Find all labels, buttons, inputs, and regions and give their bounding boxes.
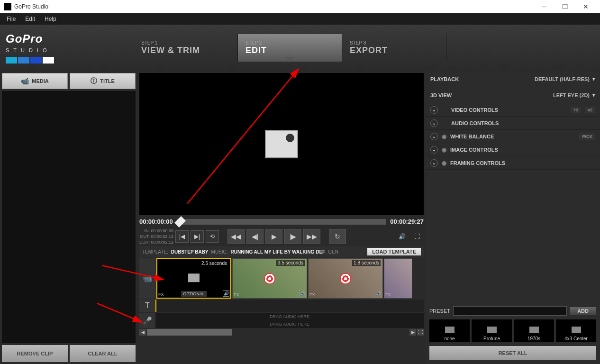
video-controls-row[interactable]: ⌄ VIDEO CONTROLS ÷2 x2 <box>426 103 600 117</box>
clear-all-button[interactable]: CLEAR ALL <box>70 345 136 362</box>
expand-icon[interactable]: ⌄ <box>430 146 438 154</box>
logo-color-1 <box>6 57 17 64</box>
menu-bar: File Edit Help <box>0 13 600 25</box>
step-back-button[interactable]: ◀| <box>246 229 264 244</box>
left-panel: 📹 MEDIA Ⓣ TITLE REMOVE CLIP CLEAR ALL <box>0 71 137 364</box>
clip-sound-icon[interactable]: 🔊 <box>375 291 382 297</box>
camera-icon: 📹 <box>21 77 29 85</box>
eye-icon[interactable]: ◉ <box>442 133 446 140</box>
logo-brand: GoPro <box>6 32 72 46</box>
window-title: GoPro Studio <box>14 3 534 10</box>
expand-icon[interactable]: ⌄ <box>430 159 438 167</box>
tab-media[interactable]: 📹 MEDIA <box>2 73 68 89</box>
transport-controls: IN: 00:00:00:00 OUT: 00:00:02:12 DUR: 00… <box>139 228 424 245</box>
audio-track-1[interactable]: DRAG AUDIO HERE <box>155 313 424 320</box>
template-bar: TEMPLATE: DUBSTEP BABY MUSIC: RUNNING AL… <box>139 246 424 257</box>
clip-4[interactable]: FX <box>384 258 412 299</box>
logo: GoPro STUDIO <box>6 32 72 64</box>
expand-icon[interactable]: ⌄ <box>430 133 438 140</box>
remove-clip-button[interactable]: REMOVE CLIP <box>2 345 68 362</box>
preset-none[interactable]: none <box>429 319 470 342</box>
audio-track-2[interactable]: DRAG AUDIO HERE <box>155 320 424 328</box>
time-current: 00:00:00:00 <box>139 218 173 225</box>
loop-section-button[interactable]: ⟲ <box>206 230 219 243</box>
clip-thumb-icon <box>188 273 200 282</box>
preset-1970s[interactable]: 1970s <box>514 319 554 342</box>
title-icon: Ⓣ <box>91 77 97 85</box>
audio-controls-row[interactable]: ⌄ AUDIO CONTROLS <box>426 117 600 130</box>
preset-label: PRESET <box>429 308 450 314</box>
title-track[interactable] <box>155 300 424 312</box>
target-icon <box>264 273 275 284</box>
eye-icon[interactable]: ◉ <box>442 160 446 166</box>
loop-button[interactable]: ↻ <box>329 229 346 244</box>
mark-in-button[interactable]: |◀ <box>175 230 189 243</box>
menu-edit[interactable]: Edit <box>20 15 40 23</box>
timeline-zoom-icon[interactable]: ⋮⋮ <box>417 329 424 336</box>
video-track[interactable]: 2.5 seconds FX OPTIONAL 🔊 3.5 seconds FX… <box>156 258 412 299</box>
timeline-scroll-right[interactable]: ▶ <box>409 329 416 336</box>
load-template-button[interactable]: LOAD TEMPLATE <box>367 248 421 255</box>
image-controls-row[interactable]: ⌄ ◉ IMAGE CONTROLS <box>426 143 600 156</box>
mark-out-button[interactable]: ▶| <box>191 230 204 243</box>
app-icon <box>4 3 11 10</box>
clip-1[interactable]: 2.5 seconds FX OPTIONAL 🔊 <box>156 258 231 299</box>
menu-file[interactable]: File <box>2 15 20 23</box>
fast-forward-button[interactable]: ▶▶ <box>303 229 320 244</box>
scrub-handle[interactable] <box>174 216 186 227</box>
tab-title[interactable]: Ⓣ TITLE <box>70 73 136 89</box>
preset-protune[interactable]: Protune <box>472 319 512 342</box>
clip-2[interactable]: 3.5 seconds FX 🔊 <box>232 258 307 299</box>
target-icon <box>340 273 351 284</box>
title-track-icon[interactable]: T <box>139 300 155 312</box>
logo-color-4 <box>43 57 54 64</box>
audio-track-icon[interactable]: 🎤 <box>139 313 155 328</box>
window-titlebar: GoPro Studio ─ ☐ ✕ <box>0 0 600 13</box>
clip-3[interactable]: 1.8 seconds FX 🔊 <box>308 258 383 299</box>
white-balance-row[interactable]: ⌄ ◉ WHITE BALANCE PICK <box>426 130 600 143</box>
step-edit[interactable]: STEP 2 EDIT <box>238 34 342 62</box>
logo-color-3 <box>30 57 42 64</box>
play-button[interactable]: ▶ <box>265 229 282 244</box>
chevron-down-icon: ▾ <box>592 92 595 98</box>
preset-4x3-center[interactable]: 4x3 Center <box>556 319 596 342</box>
expand-icon[interactable]: ⌄ <box>430 106 438 114</box>
minimize-button[interactable]: ─ <box>534 0 555 13</box>
timeline-scroll-thumb[interactable] <box>147 329 232 336</box>
logo-color-2 <box>18 57 29 64</box>
menu-help[interactable]: Help <box>40 15 61 23</box>
header: GoPro STUDIO STEP 1 VIEW & TRIM STEP 2 E… <box>0 25 600 71</box>
scrubber[interactable] <box>177 219 386 225</box>
step-export[interactable]: STEP 3 EXPORT <box>342 34 446 62</box>
media-bin[interactable] <box>2 91 136 343</box>
timeline-scrollbar[interactable] <box>147 329 409 336</box>
view3d-row[interactable]: 3D VIEW LEFT EYE (2D) ▾ <box>426 87 600 103</box>
step-forward-button[interactable]: |▶ <box>284 229 301 244</box>
close-button[interactable]: ✕ <box>575 0 596 13</box>
eye-icon[interactable]: ◉ <box>442 146 446 153</box>
fullscreen-icon[interactable]: ⛶ <box>410 230 424 243</box>
chevron-down-icon: ▾ <box>592 76 595 82</box>
camera-placeholder-icon <box>265 130 298 158</box>
volume-icon[interactable]: 🔊 <box>395 230 409 243</box>
right-panel: PLAYBACK DEFAULT (HALF-RES) ▾ 3D VIEW LE… <box>426 71 600 364</box>
clip-sound-icon[interactable]: 🔊 <box>299 291 306 297</box>
clip-sound-icon[interactable]: 🔊 <box>223 290 229 297</box>
center-panel: 00:00:00:00 00:00:29:27 IN: 00:00:00:00 … <box>137 71 426 364</box>
video-preview[interactable] <box>139 73 424 215</box>
preset-input[interactable] <box>453 306 567 316</box>
framing-controls-row[interactable]: ⌄ ◉ FRAMING CONTROLS <box>426 156 600 170</box>
maximize-button[interactable]: ☐ <box>555 0 575 13</box>
rewind-button[interactable]: ◀◀ <box>227 229 245 244</box>
reset-all-button[interactable]: RESET ALL <box>429 346 596 360</box>
expand-icon[interactable]: ⌄ <box>430 119 438 127</box>
timeline-scroll-left[interactable]: ◀ <box>139 329 146 336</box>
playback-row[interactable]: PLAYBACK DEFAULT (HALF-RES) ▾ <box>426 71 600 87</box>
preset-add-button[interactable]: ADD <box>570 307 596 315</box>
time-total: 00:00:29:27 <box>390 218 424 225</box>
logo-sub: STUDIO <box>6 47 72 53</box>
trim-info: IN: 00:00:00:00 OUT: 00:00:02:12 DUR: 00… <box>139 228 173 245</box>
step-view-trim[interactable]: STEP 1 VIEW & TRIM <box>134 34 238 62</box>
video-track-icon[interactable]: 📹 <box>139 258 155 299</box>
